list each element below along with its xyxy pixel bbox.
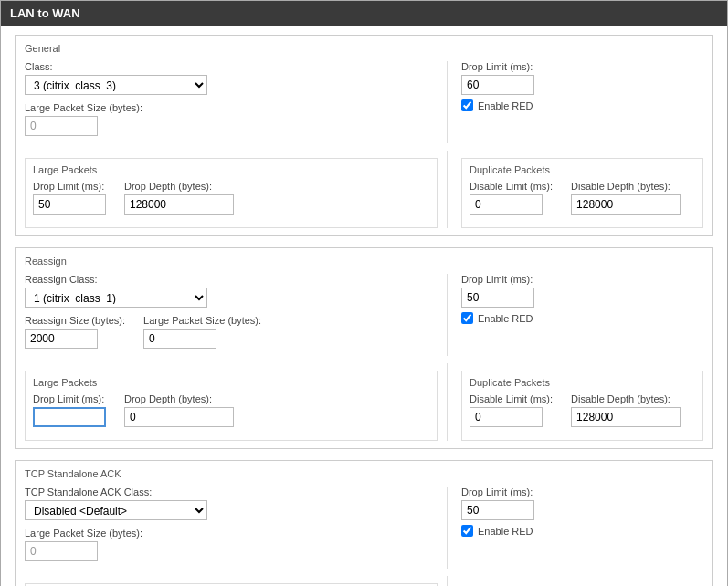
general-two-col: Class: 3 (citrix_class_3) Large Packet S… [25,61,703,143]
tcp-section-title: TCP Standalone ACK [25,468,703,479]
general-class-select[interactable]: 3 (citrix_class_3) [25,75,207,95]
general-lp-drop-limit-group: Drop Limit (ms): [33,181,106,215]
reassign-left-col: Reassign Class: 1 (citrix_class_1) Reass… [25,274,448,356]
general-drop-limit-group: Drop Limit (ms): [461,61,703,95]
general-dp-disable-limit-input[interactable] [470,194,543,215]
reassign-right-col: Drop Limit (ms): Enable RED [448,274,703,356]
tcp-class-select[interactable]: Disabled <Default> [25,500,207,520]
reassign-lp-title: Large Packets [33,377,429,388]
general-enable-red-checkbox[interactable] [461,99,473,111]
reassign-size-group: Reassign Size (bytes): [25,315,125,349]
reassign-drop-limit-label: Drop Limit (ms): [461,274,703,285]
tcp-enable-red-row: Enable RED [461,525,703,537]
reassign-section: Reassign Reassign Class: 1 (citrix_class… [15,247,713,449]
general-dp-row: Disable Limit (ms): Disable Depth (bytes… [470,181,695,215]
window-body: General Class: 3 (citrix_class_3) Larg [1,26,727,586]
general-dp-disable-depth-group: Disable Depth (bytes): [571,181,681,215]
tcp-large-packet-row: Large Packet Size (bytes): [25,528,438,561]
general-lp-drop-depth-input[interactable] [124,194,234,215]
reassign-class-group: Reassign Class: 1 (citrix_class_1) [25,274,207,308]
reassign-large-packets-col: Large Packets Drop Limit (ms): Drop Dept… [25,363,448,441]
reassign-lp-drop-depth-label: Drop Depth (bytes): [124,393,234,404]
reassign-section-title: Reassign [25,256,703,267]
reassign-enable-red-row: Enable RED [461,312,703,324]
general-duplicate-packets-col: Duplicate Packets Disable Limit (ms): Di… [448,151,703,228]
reassign-enable-red-label: Enable RED [478,313,533,324]
reassign-subsections: Large Packets Drop Limit (ms): Drop Dept… [25,363,703,441]
general-class-label: Class: [25,61,207,72]
general-lp-drop-depth-label: Drop Depth (bytes): [124,181,234,192]
reassign-large-packet-group: Large Packet Size (bytes): [143,315,261,349]
reassign-duplicate-packets-section: Duplicate Packets Disable Limit (ms): Di… [461,371,703,441]
general-dp-disable-depth-input[interactable] [571,194,681,215]
reassign-size-label: Reassign Size (bytes): [25,315,125,326]
general-class-row: Class: 3 (citrix_class_3) [25,61,438,95]
reassign-dp-disable-depth-label: Disable Depth (bytes): [571,393,681,404]
general-large-packet-row: Large Packet Size (bytes): [25,102,438,136]
reassign-dp-disable-limit-label: Disable Limit (ms): [470,393,553,404]
general-dp-disable-depth-label: Disable Depth (bytes): [571,181,681,192]
general-duplicate-packets-section: Duplicate Packets Disable Limit (ms): Di… [461,158,703,228]
reassign-large-packets-section: Large Packets Drop Limit (ms): Drop Dept… [25,371,438,441]
general-lp-drop-limit-label: Drop Limit (ms): [33,181,106,192]
reassign-duplicate-packets-col: Duplicate Packets Disable Limit (ms): Di… [448,363,703,441]
general-class-group: Class: 3 (citrix_class_3) [25,61,207,95]
reassign-sizes-row: Reassign Size (bytes): Large Packet Size… [25,315,438,349]
reassign-lp-drop-limit-label: Drop Limit (ms): [33,393,106,404]
tcp-enable-red-label: Enable RED [478,526,533,537]
reassign-dp-disable-limit-group: Disable Limit (ms): [470,393,553,427]
reassign-large-packet-input[interactable] [143,329,216,349]
general-lp-drop-limit-input[interactable] [33,194,106,215]
general-large-packet-input[interactable] [25,116,98,136]
reassign-dp-disable-depth-input[interactable] [571,407,681,427]
tcp-enable-red-checkbox[interactable] [461,525,473,537]
tcp-left-col: TCP Standalone ACK Class: Disabled <Defa… [25,487,448,569]
reassign-two-col: Reassign Class: 1 (citrix_class_1) Reass… [25,274,703,356]
tcp-right-col: Drop Limit (ms): Enable RED [448,487,703,569]
reassign-class-label: Reassign Class: [25,274,207,285]
general-dp-disable-limit-group: Disable Limit (ms): [470,181,553,215]
reassign-lp-drop-limit-input[interactable] [33,407,106,427]
tcp-right-empty-col [448,576,703,586]
reassign-lp-drop-depth-input[interactable] [124,407,234,427]
reassign-class-select[interactable]: 1 (citrix_class_1) [25,288,207,308]
general-drop-limit-input[interactable] [461,75,534,95]
tcp-class-label: TCP Standalone ACK Class: [25,487,207,497]
reassign-lp-drop-limit-group: Drop Limit (ms): [33,393,106,427]
general-lp-row: Drop Limit (ms): Drop Depth (bytes): [33,181,429,215]
tcp-large-packet-label: Large Packet Size (bytes): [25,528,142,539]
general-section-title: General [25,43,703,54]
reassign-enable-red-checkbox[interactable] [461,312,473,324]
tcp-class-group: TCP Standalone ACK Class: Disabled <Defa… [25,487,207,520]
reassign-large-packet-label: Large Packet Size (bytes): [143,315,261,326]
general-large-packet-label: Large Packet Size (bytes): [25,102,142,113]
window-title: LAN to WAN [1,1,727,26]
reassign-dp-title: Duplicate Packets [470,377,695,388]
reassign-class-row: Reassign Class: 1 (citrix_class_1) [25,274,438,308]
tcp-subsections: Large Packets Drop Limit (ms): Drop Dept… [25,576,703,586]
general-drop-limit-label: Drop Limit (ms): [461,61,703,72]
tcp-class-row: TCP Standalone ACK Class: Disabled <Defa… [25,487,438,520]
reassign-dp-row: Disable Limit (ms): Disable Depth (bytes… [470,393,695,427]
general-large-packets-section: Large Packets Drop Limit (ms): Drop Dept… [25,158,438,228]
reassign-drop-limit-group: Drop Limit (ms): [461,274,703,308]
reassign-dp-disable-depth-group: Disable Depth (bytes): [571,393,681,427]
tcp-large-packet-input[interactable] [25,541,98,561]
reassign-lp-row: Drop Limit (ms): Drop Depth (bytes): [33,393,429,427]
reassign-drop-limit-input[interactable] [461,288,534,308]
tcp-drop-limit-label: Drop Limit (ms): [461,487,703,497]
main-window: LAN to WAN General Class: 3 (citrix_clas… [0,0,728,586]
tcp-drop-limit-input[interactable] [461,500,534,520]
general-dp-disable-limit-label: Disable Limit (ms): [470,181,553,192]
general-large-packets-col: Large Packets Drop Limit (ms): Drop Dept… [25,151,448,228]
general-large-packet-group: Large Packet Size (bytes): [25,102,142,136]
reassign-dp-disable-limit-input[interactable] [470,407,543,427]
general-right-col: Drop Limit (ms): Enable RED [448,61,703,143]
reassign-lp-drop-depth-group: Drop Depth (bytes): [124,393,234,427]
tcp-two-col: TCP Standalone ACK Class: Disabled <Defa… [25,487,703,569]
general-subsections: Large Packets Drop Limit (ms): Drop Dept… [25,151,703,228]
reassign-size-input[interactable] [25,329,98,349]
general-lp-drop-depth-group: Drop Depth (bytes): [124,181,234,215]
general-large-packets-title: Large Packets [33,164,429,175]
general-dup-packets-title: Duplicate Packets [470,164,695,175]
